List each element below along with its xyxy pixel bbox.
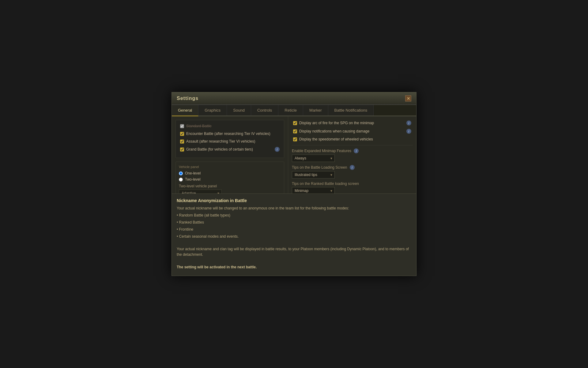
- damage-notifications-checkbox[interactable]: [293, 129, 297, 133]
- tooltip-panel: Nickname Anonymization in Battle Your ac…: [172, 194, 416, 276]
- one-level-radio[interactable]: [179, 171, 183, 175]
- speedometer-checkbox[interactable]: [293, 137, 297, 141]
- grand-battle-info-icon[interactable]: i: [275, 147, 280, 152]
- standard-battle-checkbox[interactable]: [180, 124, 184, 128]
- tab-reticle[interactable]: Reticle: [278, 105, 303, 116]
- vehicle-panel-label: Vehicle panel: [179, 165, 281, 169]
- expanded-minimap-select[interactable]: Always Never In battle: [292, 155, 335, 162]
- grand-battle-row: Grand Battle (for vehicles of certain ti…: [179, 146, 281, 152]
- expanded-minimap-select-wrapper: Always Never In battle ▼: [292, 155, 335, 162]
- two-level-panel-label: Two-level vehicle panel: [179, 184, 281, 188]
- assault-battle-row: Assault (after researching Tier VI vehic…: [179, 139, 281, 144]
- tooltip-footer: The setting will be activated in the nex…: [177, 264, 411, 270]
- expanded-minimap-field: Enable Expanded Minimap Features i Alway…: [292, 148, 413, 162]
- tooltip-body: Your actual nickname will be changed to …: [177, 205, 411, 270]
- damage-notifications-info-icon[interactable]: i: [406, 129, 411, 134]
- tooltip-bullet4: • Certain seasonal modes and events.: [177, 234, 411, 239]
- tooltip-bullet1: • Random Battle (all battle types): [177, 213, 411, 218]
- encounter-battle-row: Encounter Battle (after researching Tier…: [179, 131, 281, 136]
- settings-window: Settings ✕ General Graphics Sound Contro…: [172, 92, 417, 276]
- tab-general[interactable]: General: [172, 105, 198, 116]
- two-level-row: Two-level: [179, 177, 281, 182]
- encounter-battle-label: Encounter Battle (after researching Tier…: [186, 132, 280, 136]
- grand-battle-checkbox[interactable]: [180, 148, 184, 151]
- arc-fire-label: Display arc of fire for the SPG on the m…: [299, 121, 405, 125]
- tooltip-note1: Your actual nickname and clan tag will b…: [177, 246, 411, 257]
- assault-battle-label: Assault (after researching Tier VI vehic…: [186, 139, 280, 144]
- tips-ranked-label: Tips on the Ranked Battle loading screen: [292, 182, 413, 186]
- damage-notifications-row: Display notifications when causing damag…: [292, 128, 413, 134]
- speedometer-row: Display the speedometer of wheeled vehic…: [292, 136, 413, 142]
- tab-graphics[interactable]: Graphics: [198, 105, 227, 116]
- expanded-minimap-label: Enable Expanded Minimap Features i: [292, 148, 413, 153]
- standard-battle-label: Standard Battle: [186, 124, 280, 128]
- arc-fire-row: Display arc of fire for the SPG on the m…: [292, 120, 413, 126]
- tips-loading-label: Tips on the Battle Loading Screen i: [292, 165, 413, 170]
- tab-battle-notifications[interactable]: Battle Notifications: [328, 105, 374, 116]
- tooltip-intro: Your actual nickname will be changed to …: [177, 205, 411, 211]
- speedometer-label: Display the speedometer of wheeled vehic…: [299, 137, 411, 141]
- tab-marker[interactable]: Marker: [303, 105, 328, 116]
- arc-fire-info-icon[interactable]: i: [406, 121, 411, 125]
- expanded-minimap-info-icon[interactable]: i: [354, 148, 359, 153]
- two-level-label: Two-level: [185, 177, 201, 182]
- encounter-battle-checkbox[interactable]: [180, 132, 184, 136]
- divider-1: [292, 145, 413, 145]
- tooltip-bullet3: • Frontline: [177, 227, 411, 232]
- tips-loading-select-wrapper: Illustrated tips Text tips None ▼: [292, 171, 335, 178]
- tab-controls[interactable]: Controls: [251, 105, 278, 116]
- tooltip-bullet2: • Ranked Battles: [177, 220, 411, 225]
- assault-battle-checkbox[interactable]: [180, 140, 184, 144]
- tab-bar: General Graphics Sound Controls Reticle …: [172, 105, 416, 116]
- standard-battle-row: Standard Battle: [179, 123, 281, 129]
- tips-loading-info-icon[interactable]: i: [350, 165, 355, 170]
- one-level-label: One-level: [185, 171, 201, 175]
- tab-sound[interactable]: Sound: [227, 105, 251, 116]
- damage-notifications-label: Display notifications when causing damag…: [299, 129, 405, 133]
- grand-battle-label: Grand Battle (for vehicles of certain ti…: [186, 147, 273, 151]
- battle-modes-section: Standard Battle Encounter Battle (after …: [175, 120, 284, 158]
- tooltip-title: Nickname Anonymization in Battle: [177, 198, 411, 203]
- tips-loading-select[interactable]: Illustrated tips Text tips None: [292, 171, 335, 178]
- window-title: Settings: [177, 96, 198, 101]
- close-button[interactable]: ✕: [405, 95, 411, 102]
- tips-loading-field: Tips on the Battle Loading Screen i Illu…: [292, 165, 413, 178]
- title-bar: Settings ✕: [172, 92, 416, 105]
- one-level-row: One-level: [179, 171, 281, 175]
- arc-fire-checkbox[interactable]: [293, 121, 297, 125]
- two-level-radio[interactable]: [179, 178, 183, 182]
- tips-ranked-field: Tips on the Ranked Battle loading screen…: [292, 182, 413, 194]
